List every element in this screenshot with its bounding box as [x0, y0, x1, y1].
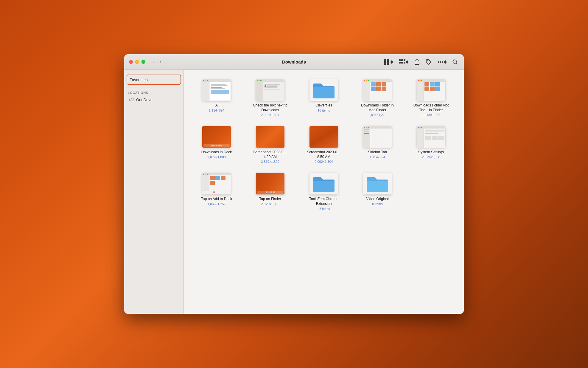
view-icon-button[interactable] [383, 58, 394, 66]
file-name: ToolsZam Chrome Extension [306, 197, 342, 206]
toolbar-right [383, 58, 459, 66]
file-item-screenshot1[interactable]: Screenshot 2023-0…4.29 AM 2,879×1,800 [245, 123, 296, 167]
file-item-settings[interactable]: System Settings 2,879×1,800 [405, 123, 457, 167]
svg-rect-4 [399, 59, 401, 61]
thumbnail-video [363, 173, 392, 194]
file-meta: 2,879×1,800 [207, 155, 225, 159]
svg-point-13 [442, 61, 444, 63]
file-meta: 2,879×1,800 [422, 155, 440, 159]
file-item-dock[interactable]: Downloads in Dock 2,879×1,800 [191, 123, 242, 167]
file-name: A [215, 103, 218, 108]
file-name: System Settings [418, 150, 444, 155]
file-name: Check the box next to Downloads [252, 103, 288, 112]
file-item-tapfinder[interactable]: Tap on Finder 2,879×1,800 [245, 169, 296, 214]
file-meta: 18 items [318, 109, 330, 112]
file-item-screenshot2[interactable]: Screenshot 2023-0…8.50 AM 2,002×1,304 [298, 123, 349, 167]
file-name: Downloads Folder Not The…In Finder [413, 103, 449, 112]
tag-button[interactable] [424, 58, 433, 66]
forward-button[interactable]: › [158, 58, 163, 66]
close-button[interactable] [129, 60, 133, 64]
locations-label: Locations [124, 90, 183, 96]
search-button[interactable] [451, 58, 459, 66]
svg-rect-7 [399, 62, 401, 64]
sidebar-divider [124, 87, 183, 87]
finder-window: ‹ › Downloads [124, 54, 464, 314]
file-name: Screenshot 2023-0…4.29 AM [252, 150, 288, 159]
file-item-check[interactable]: Check the box next to Downloads 2,002×1,… [245, 76, 296, 120]
svg-rect-8 [401, 62, 403, 64]
thumbnail-cleverfiles [309, 79, 338, 101]
cloud-icon [129, 98, 134, 102]
file-item-video[interactable]: Video Original 8 items [352, 169, 403, 214]
gallery-view-button[interactable] [398, 58, 410, 66]
file-item-finder2[interactable]: Downloads Folder Not The…In Finder 1,943… [405, 76, 457, 120]
files-grid: A 1,114×894 [191, 76, 457, 214]
file-meta: 1,943×1,262 [422, 113, 440, 117]
file-item-cleverfiles[interactable]: Cleverfiles 18 items [298, 76, 349, 120]
file-meta: 1,866×1,257 [207, 202, 225, 206]
file-name: Video Original [366, 197, 388, 202]
file-meta: 1,114×894 [370, 155, 385, 159]
file-meta: 8 items [372, 202, 382, 206]
thumbnail-check [256, 79, 284, 101]
file-name: Tap on Add to Dock [201, 197, 232, 202]
file-meta: 2,879×1,800 [261, 202, 279, 206]
thumbnail-screenshot2 [309, 126, 338, 148]
file-name: Cleverfiles [315, 103, 332, 108]
file-name: Tap on Finder [259, 197, 281, 202]
traffic-lights [129, 60, 145, 64]
favourites-label: Favourites [130, 78, 148, 82]
favourites-section: Favourites [127, 75, 181, 85]
file-meta: 2,002×1,304 [315, 160, 333, 163]
thumbnail-dock [202, 126, 231, 148]
thumbnail-screenshot1 [256, 126, 284, 148]
file-item-toolszam[interactable]: ToolsZam Chrome Extension 43 items [298, 169, 349, 214]
sidebar: Favourites Locations OneDrive [124, 70, 184, 314]
file-name: Sidebar Tab [368, 150, 387, 155]
file-meta: 43 items [318, 207, 330, 211]
thumbnail-finder [363, 79, 392, 101]
file-meta: 2,879×1,800 [261, 160, 279, 163]
sidebar-item-onedrive[interactable]: OneDrive [125, 96, 182, 103]
thumbnail-finder2 [417, 79, 445, 101]
titlebar: ‹ › Downloads [124, 54, 464, 70]
thumbnail-settings [417, 126, 445, 148]
thumbnail-sidebar [363, 126, 392, 148]
file-item-a[interactable]: A 1,114×894 [191, 76, 242, 120]
minimize-button[interactable] [135, 60, 139, 64]
thumbnail-toolszam [309, 173, 338, 194]
file-name: Screenshot 2023-0…8.50 AM [306, 150, 342, 159]
thumbnail-a [202, 79, 231, 101]
svg-rect-2 [384, 62, 386, 65]
maximize-button[interactable] [141, 60, 145, 64]
svg-rect-5 [401, 59, 403, 61]
window-title: Downloads [282, 59, 306, 64]
content-area: A 1,114×894 [184, 70, 464, 314]
file-name: Downloads Folder in Mac Finder [360, 103, 395, 112]
file-item-tapadd[interactable]: Tap on Add to Dock 1,866×1,257 [191, 169, 242, 214]
file-name: Downloads in Dock [201, 150, 232, 155]
thumbnail-tapfinder [256, 173, 284, 194]
svg-rect-9 [404, 62, 405, 64]
file-item-finder[interactable]: Downloads Folder in Mac Finder 1,894×1,2… [352, 76, 403, 120]
svg-point-11 [438, 61, 439, 63]
svg-point-12 [440, 61, 441, 63]
onedrive-label: OneDrive [136, 98, 153, 102]
svg-rect-6 [404, 59, 405, 61]
file-item-sidebar[interactable]: Sidebar Tab 1,114×894 [352, 123, 403, 167]
svg-rect-1 [387, 59, 389, 62]
svg-point-10 [427, 60, 428, 61]
svg-rect-0 [384, 59, 386, 62]
share-button[interactable] [413, 58, 421, 66]
svg-rect-3 [387, 62, 389, 65]
more-button[interactable] [436, 59, 448, 65]
file-meta: 1,114×894 [209, 109, 224, 112]
file-meta: 1,894×1,272 [368, 113, 386, 117]
file-meta: 2,002×1,304 [261, 113, 279, 117]
thumbnail-tapadd [202, 173, 231, 194]
back-button[interactable]: ‹ [151, 58, 157, 66]
main-area: Favourites Locations OneDrive [124, 70, 464, 314]
nav-buttons: ‹ › [151, 58, 163, 66]
